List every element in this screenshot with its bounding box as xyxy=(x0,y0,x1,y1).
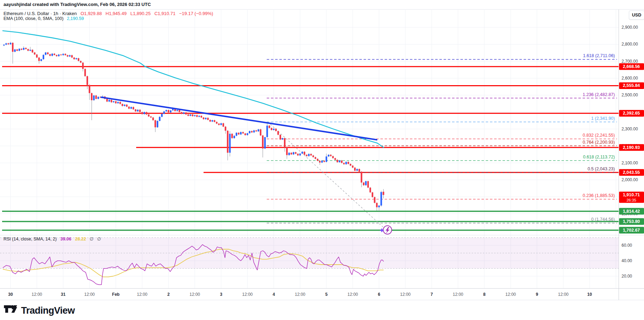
svg-text:3: 3 xyxy=(220,292,223,297)
svg-text:30: 30 xyxy=(8,292,13,297)
svg-text:12:00: 12:00 xyxy=(295,292,305,297)
svg-text:2,392.65: 2,392.65 xyxy=(623,111,640,116)
svg-text:2,700.00: 2,700.00 xyxy=(622,59,638,64)
svg-text:2,190.93: 2,190.93 xyxy=(623,145,640,150)
rsi-ma-value: 28.22 xyxy=(75,237,86,241)
svg-text:2,000.00: 2,000.00 xyxy=(622,177,638,182)
svg-text:2,600.00: 2,600.00 xyxy=(622,76,638,81)
svg-text:0.236 (1,885.53): 0.236 (1,885.53) xyxy=(583,193,615,198)
svg-text:2: 2 xyxy=(167,292,170,297)
svg-text:1 (2,341.90): 1 (2,341.90) xyxy=(591,116,615,121)
time-axis[interactable]: 3012:003112:00Feb12:00212:00312:00412:00… xyxy=(8,292,592,297)
svg-text:26:35: 26:35 xyxy=(626,198,636,202)
svg-text:20.00: 20.00 xyxy=(622,274,632,279)
svg-text:0.618 (2,113.72): 0.618 (2,113.72) xyxy=(583,155,615,159)
svg-text:40.00: 40.00 xyxy=(622,258,632,263)
svg-text:12:00: 12:00 xyxy=(347,292,358,297)
svg-text:6: 6 xyxy=(378,292,380,297)
svg-text:12:00: 12:00 xyxy=(505,292,516,297)
svg-text:2,300.00: 2,300.00 xyxy=(622,127,638,131)
attribution-header: aayushjindal created with TradingView.co… xyxy=(4,2,151,7)
tradingview-logo-icon[interactable] xyxy=(4,304,18,318)
svg-text:12:00: 12:00 xyxy=(84,292,95,297)
svg-text:12:00: 12:00 xyxy=(32,292,42,297)
rsi-background-band xyxy=(0,238,619,268)
svg-text:10: 10 xyxy=(587,292,592,297)
svg-text:12:00: 12:00 xyxy=(137,292,147,297)
svg-text:0 (1,744.56): 0 (1,744.56) xyxy=(591,217,615,222)
svg-text:12:00: 12:00 xyxy=(190,292,200,297)
price-axis-badges: 2,668.562,555.842,392.652,190.932,043.55… xyxy=(619,63,644,234)
svg-text:1.618 (2,711.06): 1.618 (2,711.06) xyxy=(583,53,615,58)
svg-text:2,043.55: 2,043.55 xyxy=(623,170,640,175)
svg-text:0.764 (2,200.93): 0.764 (2,200.93) xyxy=(583,140,615,145)
svg-text:2,555.84: 2,555.84 xyxy=(623,83,640,88)
price-change: −19.17 (−0.99%) xyxy=(179,11,213,16)
svg-text:0.832 (2,241.55): 0.832 (2,241.55) xyxy=(583,133,615,138)
svg-text:1,814.42: 1,814.42 xyxy=(623,209,640,214)
ohlc-high: H1,945.49 xyxy=(106,11,127,16)
svg-text:60.00: 60.00 xyxy=(622,243,632,248)
currency-label: USD xyxy=(632,13,641,18)
svg-text:4: 4 xyxy=(273,292,275,297)
svg-text:1,910.71: 1,910.71 xyxy=(623,192,640,197)
svg-text:2,900.00: 2,900.00 xyxy=(622,25,638,30)
svg-text:12:00: 12:00 xyxy=(558,292,569,297)
rsi-empty-value-2: ∅ xyxy=(97,237,101,241)
support-resistance-lines[interactable] xyxy=(2,67,619,230)
svg-text:2,668.56: 2,668.56 xyxy=(623,64,640,69)
ohlc-close: C1,910.71 xyxy=(154,11,175,16)
svg-text:12:00: 12:00 xyxy=(242,292,253,297)
svg-text:1,702.67: 1,702.67 xyxy=(623,228,640,233)
tradingview-footer: TradingView xyxy=(4,304,75,318)
svg-text:5: 5 xyxy=(325,292,328,297)
svg-text:8: 8 xyxy=(483,292,486,297)
price-axis[interactable]: 2,900.002,800.002,700.002,600.002,500.00… xyxy=(622,25,638,279)
svg-text:12:00: 12:00 xyxy=(453,292,463,297)
currency-chip[interactable]: USD xyxy=(629,11,644,20)
svg-text:2,800.00: 2,800.00 xyxy=(622,42,638,47)
svg-text:7: 7 xyxy=(431,292,433,297)
rsi-empty-value-1: ∅ xyxy=(89,237,93,241)
tradingview-chart-window: 1.618 (2,711.06)1.236 (2,482.87)1 (2,341… xyxy=(0,0,644,320)
svg-text:0.5 (2,043.23): 0.5 (2,043.23) xyxy=(587,166,615,171)
ohlc-low: L1,890.25 xyxy=(130,11,151,16)
svg-text:12:00: 12:00 xyxy=(400,292,411,297)
rsi-legend[interactable]: RSI (14, close, SMA, 14, 2) 39.06 28.22 … xyxy=(4,236,101,241)
ema-value: 2,190.59 xyxy=(67,16,84,21)
rsi-label: RSI (14, close, SMA, 14, 2) xyxy=(4,237,57,241)
symbol-legend[interactable]: Ethereum / U.S. Dollar · 1h · Kraken O1,… xyxy=(4,11,213,16)
chart-svg: 1.618 (2,711.06)1.236 (2,482.87)1 (2,341… xyxy=(0,0,644,320)
svg-text:1,753.80: 1,753.80 xyxy=(623,219,640,224)
svg-text:9: 9 xyxy=(536,292,538,297)
svg-text:Feb: Feb xyxy=(112,292,119,297)
ema-legend[interactable]: EMA (100, close, 0, SMA, 100) 2,190.59 xyxy=(4,16,84,21)
ohlc-open: O1,929.88 xyxy=(80,11,102,16)
tradingview-logo-text[interactable]: TradingView xyxy=(21,305,75,316)
lightning-marker-icon[interactable] xyxy=(380,226,392,234)
symbol-title: Ethereum / U.S. Dollar · 1h · Kraken xyxy=(4,11,77,16)
svg-text:1.236 (2,482.87): 1.236 (2,482.87) xyxy=(583,92,615,97)
fib-retracement-levels[interactable]: 1.618 (2,711.06)1.236 (2,482.87)1 (2,341… xyxy=(267,53,617,223)
ema-label: EMA (100, close, 0, SMA, 100) xyxy=(4,16,64,21)
svg-text:2,100.00: 2,100.00 xyxy=(622,161,638,165)
rsi-value: 39.06 xyxy=(60,237,71,241)
svg-text:31: 31 xyxy=(61,292,66,297)
svg-text:2,500.00: 2,500.00 xyxy=(622,93,638,97)
